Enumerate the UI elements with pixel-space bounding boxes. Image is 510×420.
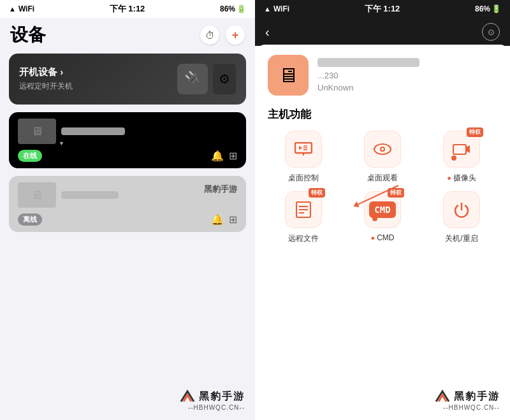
watermark-url: --HBHWQC.CN-- [188,404,245,411]
camera-icon-wrap: 特权 [443,131,480,168]
desktop-view-icon-wrap [364,131,401,168]
file-privilege-badge: 特权 [309,188,325,198]
desktop-control-svg [295,142,312,156]
desktop-view-label: 桌面观看 [367,173,398,184]
chevron-down-icon: ▼ [59,140,64,147]
add-icon: + [232,29,239,42]
left-status-bar: ▲ WiFi 下午 1:12 86% 🔋 [0,0,255,18]
camera-label: ● 摄像头 [447,173,476,184]
back-icon: ‹ [265,25,270,39]
watermark-logo-svg [178,389,196,404]
online-badge: 在线 [18,150,42,162]
bell-icon: 🔔 [211,150,224,162]
cmd-box: CMD [369,201,395,218]
cmd-icon-wrap: 特权 CMD [364,191,401,228]
back-button[interactable]: ‹ [265,25,270,40]
card-actions: 🔔 ⊞ [211,150,237,162]
feature-power[interactable]: 关机/重启 [426,191,497,244]
power-label: 关机/重启 [445,233,477,244]
history-button[interactable]: ⏱ [200,25,219,45]
offline-monitor-icon: 🖥 [31,189,43,202]
device-card-online[interactable]: 🖥 在线 🔔 ⊞ ▼ [9,112,246,168]
left-signal: ▲ WiFi [9,4,34,13]
game-label: 黑豹手游 [204,184,237,195]
right-status-bar: ▲ WiFi 下午 1:12 86% 🔋 [255,0,510,18]
section-title: 主机功能 [268,107,497,122]
device-avatar: 🖥 [268,55,309,96]
right-watermark-svg [433,389,451,404]
right-watermark-url: --HBHWQC.CN-- [443,404,500,411]
offline-badge: 离线 [18,214,42,226]
device-name-blurred-right [317,58,419,67]
left-battery: 86% 🔋 [220,4,246,13]
add-device-button[interactable]: + [226,25,245,45]
offline-thumbnail: 🖥 [18,182,56,208]
desktop-control-icon-wrap [285,131,322,168]
features-grid: 桌面控制 桌面观看 特权 [268,131,497,244]
power-icon-wrap [443,191,480,228]
offline-name-blurred [61,191,119,199]
feature-desktop-control[interactable]: 桌面控制 [268,131,339,184]
device-info-header: 🖥 ...230 UnKnown [268,55,497,96]
settings-button[interactable]: ⊙ [482,23,500,41]
feature-camera[interactable]: 特权 ● 摄像头 [426,131,497,184]
page-title: 设备 [10,23,46,47]
svg-rect-9 [453,145,466,154]
right-header: ‹ ⊙ [255,18,510,46]
device-unknown-label: UnKnown [317,83,497,92]
banner-text: 开机设备 › 远程定时开关机 [19,66,73,92]
left-watermark: 黑豹手游 --HBHWQC.CN-- [178,389,245,411]
device-name-blurred [61,127,125,135]
battery-icon: 🔋 [237,4,246,13]
offline-card-actions: 🔔 ⊞ [211,214,237,226]
svg-point-8 [381,148,384,150]
remote-file-svg [296,201,311,218]
right-watermark-row: 黑豹手游 [433,389,500,404]
right-wifi-icon: WiFi [273,4,289,13]
monitor-icon: 🖥 [31,125,43,138]
device-info-area: 🖥 ...230 UnKnown 主机功能 [255,45,510,420]
feature-remote-file[interactable]: 特权 远程文件 [268,191,339,244]
wifi-icon: WiFi [18,4,34,13]
right-signal: ▲ WiFi [264,4,289,13]
watermark-brand: 黑豹手游 [199,390,245,403]
camera-dot [451,156,456,161]
right-panel: ▲ WiFi 下午 1:12 86% 🔋 ‹ ⊙ 🖥 ...230 UnKnow… [255,0,510,420]
device-thumbnail: 🖥 [18,119,56,144]
cmd-label: ● CMD [370,233,394,242]
feature-desktop-view[interactable]: 桌面观看 [347,131,418,184]
signal-icon: ▲ [9,5,16,13]
watermark-logo-row: 黑豹手游 [178,389,245,404]
offline-bell-icon: 🔔 [211,214,224,226]
right-battery-pct: 86% [475,4,490,13]
right-battery: 86% 🔋 [475,4,501,13]
device-info-text: ...230 UnKnown [317,58,497,92]
power-svg [453,201,470,218]
banner-subtitle: 远程定时开关机 [19,81,73,92]
device-id: ...230 [317,71,497,80]
device-card-offline[interactable]: 🖥 黑豹手游 离线 🔔 ⊞ [9,176,246,232]
windows-icon: ⊞ [229,150,237,162]
history-icon: ⏱ [205,30,215,41]
banner-card[interactable]: 开机设备 › 远程定时开关机 🔌 ⚙ [9,54,246,105]
remote-file-label: 远程文件 [288,233,319,244]
left-time: 下午 1:12 [110,3,145,15]
right-watermark: 黑豹手游 --HBHWQC.CN-- [433,389,500,411]
right-watermark-brand: 黑豹手游 [454,390,500,403]
camera-svg [453,142,470,156]
desktop-control-label: 桌面控制 [288,173,319,184]
device-card-top: 🖥 [18,119,125,144]
offline-card-bottom: 离线 🔔 ⊞ [18,214,237,226]
remote-file-icon-wrap: 特权 [285,191,322,228]
right-time: 下午 1:12 [365,3,400,15]
right-signal-icon: ▲ [264,5,271,13]
cmd-text: CMD [374,205,390,215]
left-panel: ▲ WiFi 下午 1:12 86% 🔋 设备 ⏱ + 开机设备 › 远程定时开… [0,0,255,420]
battery-pct: 86% [220,4,235,13]
offline-win-icon: ⊞ [229,214,237,226]
right-battery-icon: 🔋 [492,4,501,13]
feature-cmd[interactable]: 特权 CMD ● CMD [347,191,418,244]
banner-title: 开机设备 › [19,66,73,78]
device-card-bottom: 在线 🔔 ⊞ [18,150,237,162]
camera-privilege-badge: 特权 [467,127,483,137]
